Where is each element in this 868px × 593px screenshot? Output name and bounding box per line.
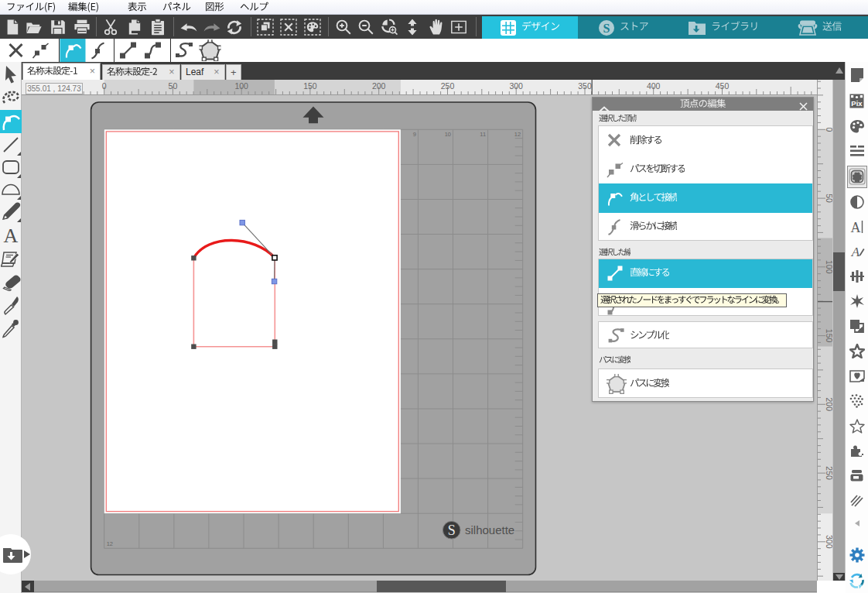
paste-button[interactable] [145, 15, 171, 39]
text-tool[interactable]: A [0, 225, 22, 248]
svg-text:250: 250 [825, 466, 832, 480]
panel-icon-transform[interactable] [846, 264, 868, 289]
control-handle[interactable] [272, 279, 276, 283]
panel-icon-fill[interactable] [846, 164, 868, 189]
svg-text:150: 150 [825, 329, 832, 343]
fit-to-page-button[interactable] [399, 15, 425, 39]
menu-item-1[interactable]: 編集(E) [68, 2, 99, 14]
panel-button-simplify[interactable]: シンプル化 [599, 322, 812, 349]
panel-button-break-path[interactable]: パスを切断する [599, 155, 812, 183]
doc-tab-1[interactable]: 名称未設定-1× [22, 63, 101, 81]
copy-button[interactable] [121, 15, 148, 39]
eraser-tool[interactable] [0, 271, 22, 294]
refresh-button[interactable] [221, 15, 248, 39]
panel-icon-color[interactable] [846, 114, 868, 139]
menu-item-4[interactable]: 図形 [205, 2, 224, 14]
cut-button[interactable] [97, 15, 124, 39]
panel-icon-offset[interactable] [846, 339, 868, 364]
panel-icon-replicate[interactable] [846, 314, 868, 338]
zoom-selection-button[interactable] [446, 15, 472, 39]
tab-design[interactable]: デザイン [482, 16, 578, 39]
close-panel-icon[interactable] [799, 100, 808, 114]
edit-points-tool[interactable] [0, 110, 22, 133]
panel-button-convert-to-path[interactable]: パスに変換 [599, 369, 812, 399]
panel-icon-sketch[interactable] [846, 488, 868, 512]
node[interactable] [272, 340, 277, 344]
panel-button-delete-x[interactable]: 削除する [599, 126, 812, 155]
new-tab-button[interactable]: + [226, 64, 241, 81]
open-button[interactable] [21, 15, 47, 39]
panel-icon-star[interactable] [846, 413, 868, 438]
tab-library[interactable]: ライブラリ [688, 16, 759, 39]
tab-send[interactable]: 送信 [798, 16, 842, 39]
panel-button-corner-connect[interactable]: 角として接続 [599, 183, 812, 212]
doc-tab-3[interactable]: Leaf× [181, 64, 225, 81]
panel-icon-settings-gear[interactable] [846, 543, 868, 567]
panel-icon-text-style[interactable]: A [846, 214, 868, 239]
selected-node[interactable] [272, 255, 277, 260]
node[interactable] [191, 255, 196, 260]
panel-header[interactable]: 頂点の編集 [593, 98, 814, 111]
panel-icon-pixscan[interactable]: Pix [846, 88, 868, 113]
eyedropper-tool[interactable] [0, 317, 22, 340]
menu-item-0[interactable]: ファイル(F) [6, 2, 56, 14]
panel-icon-collapse-arrow[interactable] [846, 511, 868, 536]
vscroll-thumb[interactable] [833, 252, 845, 291]
lasso-tool[interactable] [0, 86, 22, 109]
convert-to-path-tool[interactable] [197, 39, 223, 62]
node[interactable] [191, 344, 196, 349]
save-icon [49, 18, 67, 36]
panel-icon-sync[interactable] [846, 568, 868, 593]
panel-icon-character[interactable]: A [846, 239, 868, 264]
scroll-down-button[interactable] [833, 573, 845, 581]
fill-options-button[interactable] [299, 15, 326, 39]
deselect-button[interactable] [275, 15, 302, 39]
scroll-left-button[interactable] [22, 581, 34, 592]
scroll-up-button[interactable] [833, 64, 845, 77]
simplify-tool[interactable] [172, 39, 197, 62]
panel-icon-page-setup[interactable] [846, 63, 868, 87]
doc-tab-2[interactable]: 名称未設定-2× [102, 64, 180, 81]
delete-point-tool[interactable] [3, 39, 29, 62]
make-curve-tool[interactable] [140, 39, 166, 62]
pencil-tool[interactable] [0, 200, 22, 223]
arc-tool[interactable] [0, 177, 22, 201]
drag-zoom-button[interactable] [376, 15, 402, 39]
rect-tool[interactable] [0, 156, 22, 179]
break-path-tool[interactable] [28, 39, 53, 62]
tab-store[interactable]: Sストア [598, 16, 648, 39]
panel-icon-trace[interactable] [846, 364, 868, 389]
panel-icon-stipple[interactable] [846, 389, 868, 413]
panel-icon-puzzle[interactable] [846, 438, 868, 463]
panel-icon-modify[interactable] [846, 289, 868, 314]
doc-tab-label: Leaf [186, 67, 203, 77]
close-tab-icon[interactable]: × [90, 67, 95, 77]
panel-icon-shading[interactable] [846, 190, 868, 214]
menu-item-2[interactable]: 表示 [128, 2, 147, 14]
menu-item-5[interactable]: ヘルプ [240, 2, 268, 14]
print-button[interactable] [69, 15, 95, 39]
knife-tool[interactable] [0, 293, 22, 317]
save-button[interactable] [45, 15, 71, 39]
vertical-scrollbar[interactable] [833, 74, 845, 581]
menu-item-3[interactable]: パネル [162, 2, 191, 14]
horizontal-scrollbar[interactable] [22, 581, 832, 592]
select-tool[interactable] [0, 63, 22, 86]
pixscan-icon: Pix [849, 94, 864, 108]
smooth-connect-tool[interactable] [86, 39, 111, 62]
make-line-tool[interactable] [115, 39, 141, 62]
hscroll-thumb[interactable] [377, 581, 506, 592]
note-tool[interactable] [0, 248, 22, 271]
select-all-button[interactable] [252, 15, 279, 39]
line-tool[interactable] [0, 133, 22, 156]
close-tab-icon[interactable]: × [214, 67, 219, 77]
panel-icon-line-style[interactable] [846, 139, 868, 163]
close-tab-icon[interactable]: × [169, 67, 174, 77]
panel-icon-binder[interactable] [846, 463, 868, 488]
node[interactable] [272, 344, 277, 349]
corner-connect-tool[interactable] [60, 39, 86, 62]
panel-button-smooth-connect[interactable]: 滑らかに接続 [599, 213, 812, 242]
panel-button-make-line[interactable]: 直線にする [599, 259, 812, 288]
zoom-out-button[interactable] [353, 15, 379, 39]
control-handle[interactable] [240, 220, 244, 225]
